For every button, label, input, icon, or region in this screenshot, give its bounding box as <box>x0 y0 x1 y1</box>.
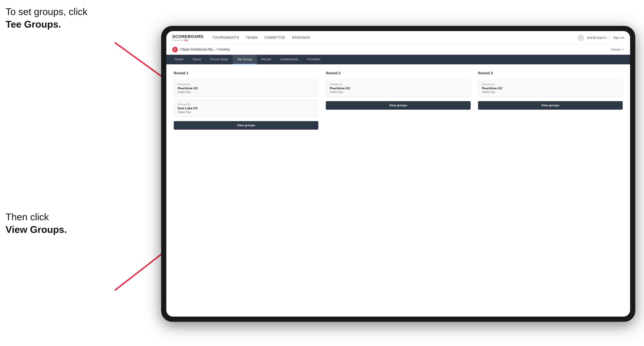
tab-results[interactable]: Results <box>257 55 276 64</box>
instruction-top: To set groups, click Tee Groups. <box>6 5 88 30</box>
tab-course-setup[interactable]: Course Setup <box>206 55 233 64</box>
round-1-view-groups-button[interactable]: View groups <box>174 121 318 130</box>
instruction-top-line1: To set groups, click <box>6 6 88 17</box>
instruction-bottom-bold: View Groups. <box>6 224 67 235</box>
round-2-course-a-card: (Course A) Peachtree GC Stroke Play <box>326 80 470 97</box>
rounds-grid: Round 1 (Course A) Peachtree GC Stroke P… <box>174 71 623 130</box>
tournament-icon: C <box>172 47 178 52</box>
tab-tee-groups[interactable]: Tee Groups <box>233 55 257 64</box>
round-3-course-a-format: Stroke Play <box>482 91 619 94</box>
round-2-course-a-name: Peachtree GC <box>330 87 466 90</box>
round-1-course-a-label: (Course A) <box>178 83 314 86</box>
user-email: blair@clippd.io <box>587 36 606 39</box>
round-1-title: Round 1 <box>174 71 318 75</box>
round-2-title: Round 2 <box>326 71 470 75</box>
user-avatar <box>578 34 584 41</box>
nav-rankings[interactable]: RANKINGS <box>292 36 310 40</box>
tab-teams[interactable]: Teams <box>188 55 206 64</box>
instruction-bottom: Then click View Groups. <box>6 211 67 236</box>
tab-printables[interactable]: Printables <box>303 55 325 64</box>
powered-by: Powered by clipd <box>172 39 204 41</box>
round-1-course-b-label: (Course B) <box>178 103 314 106</box>
round-3-title: Round 3 <box>478 71 623 75</box>
cancel-x[interactable]: ✕ <box>622 48 624 51</box>
round-1-section: Round 1 (Course A) Peachtree GC Stroke P… <box>174 71 318 130</box>
round-3-course-a-card: (Course A) Peachtree GC Stroke Play <box>478 80 623 97</box>
sign-out-link[interactable]: Sign out <box>613 36 624 39</box>
nav-tournaments[interactable]: TOURNAMENTS <box>212 36 239 40</box>
main-content: Round 1 (Course A) Peachtree GC Stroke P… <box>166 64 630 317</box>
round-3-course-a-label: (Course A) <box>482 83 619 86</box>
tournament-bar: C Clippd Invitational (My... • Hosting C… <box>166 44 630 55</box>
nav-committee[interactable]: COMMITTEE <box>264 36 286 40</box>
nav-teams[interactable]: TEAMS <box>246 36 258 40</box>
tablet-screen: SCOREBOARD Powered by clipd TOURNAMENTS … <box>166 31 630 317</box>
tournament-name: Clippd Invitational (My... • Hosting <box>180 47 611 51</box>
round-2-course-a-label: (Course A) <box>330 83 466 86</box>
tab-leaderboards[interactable]: Leaderboards <box>276 55 303 64</box>
round-1-course-b-name: East Lake GC <box>178 107 314 110</box>
round-1-course-a-format: Stroke Play <box>178 91 314 94</box>
nav-right: blair@clippd.io | Sign out <box>578 34 624 41</box>
round-2-view-groups-button[interactable]: View groups <box>326 101 470 110</box>
round-3-section: Round 3 (Course A) Peachtree GC Stroke P… <box>478 71 623 130</box>
instruction-bottom-line1: Then click <box>6 211 49 222</box>
tab-details[interactable]: Details <box>170 55 188 64</box>
tablet-frame: SCOREBOARD Powered by clipd TOURNAMENTS … <box>161 26 635 322</box>
round-1-course-b-format: Stroke Play <box>178 111 314 114</box>
round-3-course-a-name: Peachtree GC <box>482 87 619 90</box>
brand-logo: SCOREBOARD Powered by clipd <box>172 34 204 41</box>
round-2-course-a-format: Stroke Play <box>330 91 466 94</box>
round-1-course-a-card: (Course A) Peachtree GC Stroke Play <box>174 80 318 97</box>
round-2-section: Round 2 (Course A) Peachtree GC Stroke P… <box>326 71 470 130</box>
round-3-view-groups-button[interactable]: View groups <box>478 101 623 110</box>
brand-name: SCOREBOARD <box>172 34 204 39</box>
tab-bar: Details Teams Course Setup Tee Groups Re… <box>166 55 630 64</box>
round-1-course-a-name: Peachtree GC <box>178 87 314 90</box>
round-1-course-b-card: (Course B) East Lake GC Stroke Play <box>174 100 318 117</box>
instruction-top-bold: Tee Groups. <box>6 19 61 30</box>
nav-links: TOURNAMENTS TEAMS COMMITTEE RANKINGS <box>212 36 578 40</box>
top-navbar: SCOREBOARD Powered by clipd TOURNAMENTS … <box>166 31 630 44</box>
cancel-button[interactable]: Cancel <box>611 48 620 51</box>
